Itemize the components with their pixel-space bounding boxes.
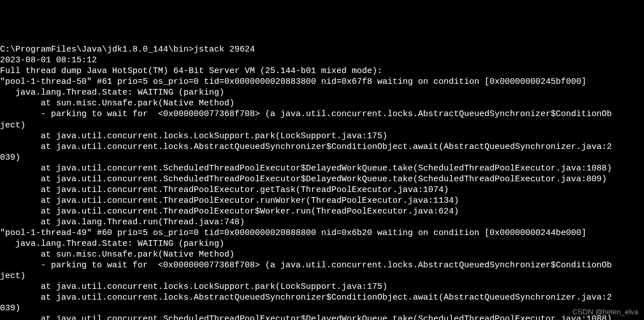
terminal-line: at java.util.concurrent.locks.AbstractQu… — [0, 142, 644, 152]
terminal-line: Full thread dump Java HotSpot(TM) 64-Bit… — [0, 66, 644, 76]
terminal-line: at sun.misc.Unsafe.park(Native Method) — [0, 98, 644, 109]
terminal-line: "pool-1-thread-49" #60 prio=5 os_prio=0 … — [0, 228, 644, 238]
terminal-line: ject) — [0, 271, 644, 281]
terminal-line: at java.util.concurrent.ScheduledThreadP… — [0, 314, 644, 320]
terminal-line: at java.util.concurrent.ThreadPoolExecut… — [0, 185, 644, 195]
terminal-line: 039) — [0, 152, 644, 163]
terminal-line: 039) — [0, 303, 644, 314]
terminal-line: at java.util.concurrent.ScheduledThreadP… — [0, 163, 644, 174]
terminal-line: at java.util.concurrent.locks.AbstractQu… — [0, 292, 644, 303]
terminal-line: ject) — [0, 120, 644, 131]
terminal-line: 2023-08-01 08:15:12 — [0, 55, 644, 66]
watermark-text: CSDN @helen_elva — [572, 308, 638, 317]
terminal-line: - parking to wait for <0x000000077368f70… — [0, 109, 644, 120]
terminal-line: at sun.misc.Unsafe.park(Native Method) — [0, 249, 644, 260]
terminal-line: at java.util.concurrent.ThreadPoolExecut… — [0, 195, 644, 206]
terminal-line: "pool-1-thread-50" #61 prio=5 os_prio=0 … — [0, 76, 644, 87]
terminal-line: C:\ProgramFiles\Java\jdk1.8.0_144\bin>js… — [0, 44, 644, 55]
terminal-line: at java.util.concurrent.locks.LockSuppor… — [0, 281, 644, 292]
terminal-line: at java.lang.Thread.run(Thread.java:748) — [0, 217, 644, 228]
terminal-line: at java.util.concurrent.ScheduledThreadP… — [0, 174, 644, 185]
terminal-line: java.lang.Thread.State: WAITING (parking… — [0, 87, 644, 98]
terminal-line: at java.util.concurrent.ThreadPoolExecut… — [0, 206, 644, 217]
terminal-line: - parking to wait for <0x000000077368f70… — [0, 260, 644, 271]
terminal-line: java.lang.Thread.State: WAITING (parking… — [0, 238, 644, 249]
terminal-output[interactable]: C:\ProgramFiles\Java\jdk1.8.0_144\bin>js… — [0, 44, 644, 320]
terminal-line: at java.util.concurrent.locks.LockSuppor… — [0, 131, 644, 142]
